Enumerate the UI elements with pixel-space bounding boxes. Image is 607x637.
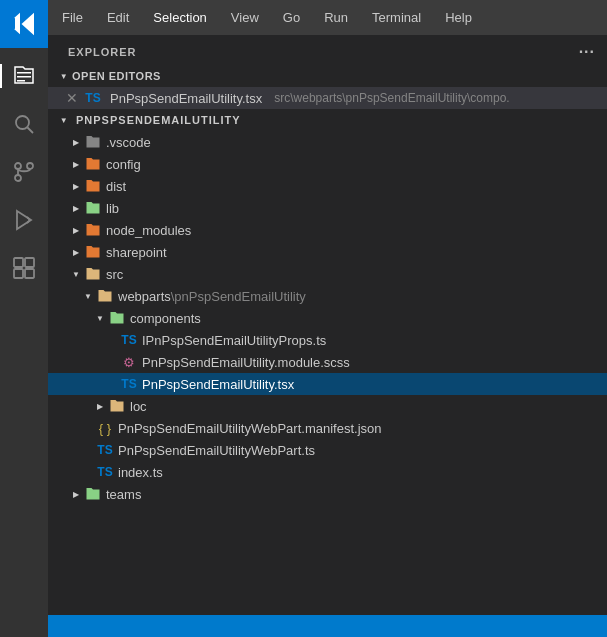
svg-rect-11 (14, 269, 23, 278)
menu-terminal[interactable]: Terminal (368, 8, 425, 27)
sharepoint-folder-icon (84, 243, 102, 261)
scss-file-icon: ⚙ (120, 353, 138, 371)
loc-chevron (92, 398, 108, 414)
loc-folder-label: loc (130, 399, 147, 414)
props-file[interactable]: TS IPnPspSendEmailUtilityProps.ts (48, 329, 607, 351)
explorer-activity-icon[interactable] (0, 52, 48, 100)
extensions-activity-icon[interactable] (0, 244, 48, 292)
tsx-chevron (104, 376, 120, 392)
loc-folder[interactable]: loc (48, 395, 607, 417)
index-ts-icon: TS (96, 463, 114, 481)
explorer-title: EXPLORER (68, 46, 137, 58)
svg-rect-12 (25, 269, 34, 278)
vscode-folder-icon (84, 133, 102, 151)
sharepoint-chevron (68, 244, 84, 260)
webparts-folder-icon (96, 287, 114, 305)
manifest-file-label: PnPspSendEmailUtilityWebPart.manifest.js… (118, 421, 382, 436)
dist-folder[interactable]: dist (48, 175, 607, 197)
search-activity-icon[interactable] (0, 100, 48, 148)
sharepoint-folder-label: sharepoint (106, 245, 167, 260)
webpart-ts-label: PnPspSendEmailUtilityWebPart.ts (118, 443, 315, 458)
dist-folder-label: dist (106, 179, 126, 194)
project-section[interactable]: PNPSPSENDEMAILUTILITY (48, 109, 607, 131)
menu-bar: File Edit Selection View Go Run Terminal… (58, 8, 476, 27)
scss-file[interactable]: ⚙ PnPspSendEmailUtility.module.scss (48, 351, 607, 373)
index-ts-file[interactable]: TS index.ts (48, 461, 607, 483)
close-editor-button[interactable]: ✕ (64, 90, 80, 106)
lib-folder[interactable]: lib (48, 197, 607, 219)
scss-chevron (104, 354, 120, 370)
webpart-ts-icon: TS (96, 441, 114, 459)
dist-folder-icon (84, 177, 102, 195)
sidebar: EXPLORER ··· OPEN EDITORS ✕ TS PnPspSend… (48, 35, 607, 615)
lib-folder-icon (84, 199, 102, 217)
svg-rect-9 (14, 258, 23, 267)
title-bar: File Edit Selection View Go Run Terminal… (48, 0, 607, 35)
menu-view[interactable]: View (227, 8, 263, 27)
svg-line-4 (28, 128, 34, 134)
tsx-file[interactable]: TS PnPspSendEmailUtility.tsx (48, 373, 607, 395)
teams-chevron (68, 486, 84, 502)
open-editors-label: OPEN EDITORS (72, 70, 161, 82)
open-editors-section[interactable]: OPEN EDITORS (48, 65, 607, 87)
teams-folder[interactable]: teams (48, 483, 607, 505)
main-panel: File Edit Selection View Go Run Terminal… (48, 0, 607, 637)
svg-rect-0 (17, 72, 31, 74)
vscode-logo[interactable] (0, 0, 48, 48)
teams-folder-label: teams (106, 487, 141, 502)
node-chevron (68, 222, 84, 238)
webparts-chevron (80, 288, 96, 304)
svg-point-6 (27, 163, 33, 169)
menu-file[interactable]: File (58, 8, 87, 27)
status-bar (48, 615, 607, 637)
menu-selection[interactable]: Selection (149, 8, 210, 27)
svg-point-7 (15, 175, 21, 181)
src-folder[interactable]: src (48, 263, 607, 285)
webparts-folder[interactable]: webparts\pnPspSendEmailUtility (48, 285, 607, 307)
open-file-name: PnPspSendEmailUtility.tsx (110, 91, 262, 106)
open-editors-chevron (56, 68, 72, 84)
tsx-file-icon: TS (84, 89, 102, 107)
config-folder-label: config (106, 157, 141, 172)
webpart-ts-file[interactable]: TS PnPspSendEmailUtilityWebPart.ts (48, 439, 607, 461)
menu-edit[interactable]: Edit (103, 8, 133, 27)
source-control-activity-icon[interactable] (0, 148, 48, 196)
manifest-chevron (80, 420, 96, 436)
menu-run[interactable]: Run (320, 8, 352, 27)
svg-point-3 (16, 116, 29, 129)
open-file-path: src\webparts\pnPspSendEmailUtility\compo… (274, 91, 509, 105)
webpart-ts-chevron (80, 442, 96, 458)
components-chevron (92, 310, 108, 326)
components-folder-icon (108, 309, 126, 327)
svg-rect-1 (17, 76, 31, 78)
vscode-folder-label: .vscode (106, 135, 151, 150)
ts-file-icon: TS (120, 331, 138, 349)
project-chevron (56, 112, 72, 128)
manifest-file[interactable]: { } PnPspSendEmailUtilityWebPart.manifes… (48, 417, 607, 439)
webparts-folder-label: webparts\pnPspSendEmailUtility (118, 289, 306, 304)
scss-file-label: PnPspSendEmailUtility.module.scss (142, 355, 350, 370)
run-activity-icon[interactable] (0, 196, 48, 244)
svg-rect-10 (25, 258, 34, 267)
node-folder-label: node_modules (106, 223, 191, 238)
sharepoint-folder[interactable]: sharepoint (48, 241, 607, 263)
index-ts-label: index.ts (118, 465, 163, 480)
props-chevron (104, 332, 120, 348)
dist-chevron (68, 178, 84, 194)
open-editor-item[interactable]: ✕ TS PnPspSendEmailUtility.tsx src\webpa… (48, 87, 607, 109)
node-folder-icon (84, 221, 102, 239)
explorer-more-button[interactable]: ··· (579, 43, 595, 61)
svg-rect-2 (17, 80, 25, 82)
config-folder[interactable]: config (48, 153, 607, 175)
loc-folder-icon (108, 397, 126, 415)
lib-folder-label: lib (106, 201, 119, 216)
explorer-header: EXPLORER ··· (48, 35, 607, 65)
components-folder[interactable]: components (48, 307, 607, 329)
menu-help[interactable]: Help (441, 8, 476, 27)
vscode-folder[interactable]: .vscode (48, 131, 607, 153)
node-modules-folder[interactable]: node_modules (48, 219, 607, 241)
svg-point-5 (15, 163, 21, 169)
config-chevron (68, 156, 84, 172)
menu-go[interactable]: Go (279, 8, 304, 27)
config-folder-icon (84, 155, 102, 173)
